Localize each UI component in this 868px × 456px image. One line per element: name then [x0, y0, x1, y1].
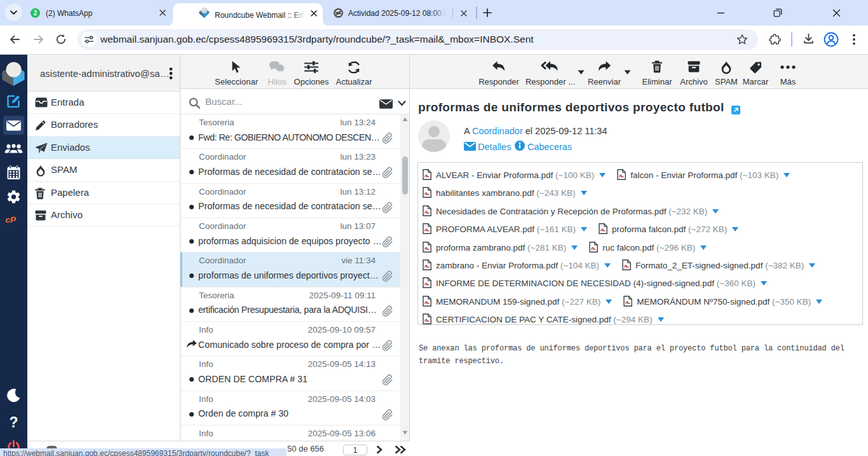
svg-text:?: ? — [9, 415, 18, 431]
svg-text:cP: cP — [6, 215, 17, 225]
svg-text:2: 2 — [34, 10, 37, 17]
